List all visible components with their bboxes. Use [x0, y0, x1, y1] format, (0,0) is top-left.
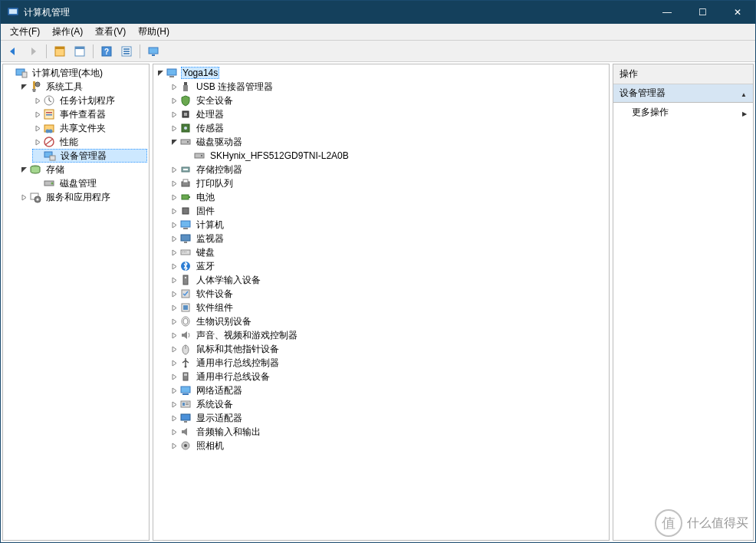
firmware-icon	[179, 205, 192, 217]
collapse-arrow-icon[interactable]	[169, 123, 179, 133]
device-category-cameras[interactable]: 照相机	[169, 439, 607, 452]
svg-rect-74	[184, 374, 187, 376]
collapse-arrow-icon[interactable]	[169, 109, 179, 120]
collapse-arrow-icon[interactable]	[32, 123, 43, 133]
device-category-monitors[interactable]: 监视器	[169, 232, 607, 245]
device-category-bluetooth[interactable]: 蓝牙	[169, 259, 607, 273]
monitor-button[interactable]	[144, 43, 163, 60]
device-category-mice-pointing[interactable]: 鼠标和其他指针设备	[169, 342, 607, 356]
collapse-arrow-icon[interactable]	[169, 261, 179, 272]
device-category-sensors[interactable]: 传感器	[169, 121, 607, 135]
collapse-arrow-icon[interactable]	[32, 137, 43, 147]
device-category-usb-devices[interactable]: 通用串行总线设备	[169, 370, 607, 383]
tree-root-computer-management[interactable]: 计算机管理(本地)	[5, 66, 147, 80]
tree-shared-folders[interactable]: 共享文件夹	[32, 121, 147, 135]
svg-rect-10	[123, 48, 130, 50]
action-more-actions[interactable]: 更多操作	[613, 103, 753, 122]
device-category-biometric-devices[interactable]: 生物识别设备	[169, 314, 607, 328]
collapse-arrow-icon[interactable]	[169, 399, 179, 410]
device-category-display-adapters[interactable]: 显示适配器	[169, 411, 607, 425]
disk-0-icon	[193, 150, 205, 162]
device-category-security-devices[interactable]: 安全设备	[169, 94, 607, 107]
close-button[interactable]: ✕	[720, 1, 755, 24]
tree-disk-management[interactable]: 磁盘管理	[32, 176, 147, 190]
collapse-arrow-icon[interactable]	[169, 302, 179, 313]
collapse-arrow-icon[interactable]	[169, 316, 179, 327]
svg-point-31	[51, 183, 54, 185]
expand-arrow-icon[interactable]	[155, 67, 166, 78]
collapse-arrow-icon[interactable]	[169, 440, 179, 451]
collapse-arrow-icon[interactable]	[169, 164, 179, 175]
device-category-print-queues[interactable]: 打印队列	[169, 176, 607, 190]
device-disk-0[interactable]: SKHynix_HFS512GD9TNI-L2A0B	[182, 149, 607, 163]
collapse-arrow-icon[interactable]	[18, 192, 29, 202]
actions-group-device-manager[interactable]: 设备管理器	[613, 84, 753, 103]
window-controls: — ☐ ✕	[649, 1, 755, 24]
collapse-icon	[741, 88, 747, 99]
device-category-processors[interactable]: 处理器	[169, 107, 607, 121]
expand-arrow-icon[interactable]	[18, 81, 29, 92]
device-category-usb-controllers[interactable]: 通用串行总线控制器	[169, 356, 607, 370]
device-category-sound-video-game[interactable]: 声音、视频和游戏控制器	[169, 328, 607, 342]
collapse-arrow-icon[interactable]	[169, 413, 179, 423]
tree-event-viewer[interactable]: 事件查看器	[32, 107, 147, 121]
device-category-system-devices[interactable]: 系统设备	[169, 397, 607, 411]
menu-help[interactable]: 帮助(H)	[132, 24, 176, 40]
tree-label: 计算机	[195, 219, 225, 232]
back-button[interactable]	[4, 43, 22, 60]
tree-task-scheduler[interactable]: 任务计划程序	[32, 94, 147, 107]
device-category-software-components[interactable]: 软件组件	[169, 301, 607, 314]
refresh-button[interactable]	[117, 43, 136, 60]
tree-performance[interactable]: 性能	[32, 135, 147, 149]
tree-services-apps[interactable]: 服务和应用程序	[18, 190, 147, 204]
device-category-human-interface-devices[interactable]: 人体学输入设备	[169, 273, 607, 287]
collapse-arrow-icon[interactable]	[169, 344, 179, 354]
menu-file[interactable]: 文件(F)	[4, 24, 46, 40]
help-button[interactable]: ?	[97, 43, 116, 60]
maximize-button[interactable]: ☐	[685, 1, 720, 24]
collapse-arrow-icon[interactable]	[169, 219, 179, 230]
tree-device-manager[interactable]: 设备管理器	[32, 149, 147, 163]
svg-rect-40	[184, 113, 187, 116]
device-category-audio-io[interactable]: 音频输入和输出	[169, 425, 607, 439]
console-tree[interactable]: 计算机管理(本地) 系统工具 任务计划程序	[5, 66, 147, 204]
collapse-arrow-icon[interactable]	[169, 247, 179, 258]
show-hide-tree-button[interactable]	[51, 43, 69, 60]
menu-action[interactable]: 操作(A)	[46, 24, 89, 40]
minimize-button[interactable]: —	[649, 1, 685, 24]
collapse-arrow-icon[interactable]	[169, 95, 179, 106]
collapse-arrow-icon[interactable]	[32, 95, 43, 106]
collapse-arrow-icon[interactable]	[169, 357, 179, 368]
collapse-arrow-icon[interactable]	[169, 330, 179, 341]
forward-button[interactable]	[24, 43, 42, 60]
device-category-keyboards[interactable]: 键盘	[169, 245, 607, 259]
expand-arrow-icon[interactable]	[18, 164, 29, 175]
collapse-arrow-icon[interactable]	[169, 206, 179, 216]
device-category-firmware[interactable]: 固件	[169, 204, 607, 218]
tree-system-tools[interactable]: 系统工具	[18, 80, 147, 94]
collapse-arrow-icon[interactable]	[169, 426, 179, 437]
device-tree[interactable]: Yoga14s USB 连接器管理器安全设备处理器传感器磁盘驱动器SKHynix…	[155, 66, 607, 452]
device-category-software-devices[interactable]: 软件设备	[169, 287, 607, 301]
device-category-disk-drives[interactable]: 磁盘驱动器	[169, 135, 607, 149]
device-category-usb-connectors[interactable]: USB 连接器管理器	[169, 80, 607, 94]
device-root[interactable]: Yoga14s	[155, 66, 607, 80]
collapse-arrow-icon[interactable]	[169, 178, 179, 189]
collapse-arrow-icon[interactable]	[169, 192, 179, 202]
device-category-storage-controllers[interactable]: 存储控制器	[169, 163, 607, 176]
device-category-network-adapters[interactable]: 网络适配器	[169, 383, 607, 397]
collapse-arrow-icon[interactable]	[169, 233, 179, 244]
collapse-arrow-icon[interactable]	[169, 385, 179, 396]
properties-button[interactable]	[71, 43, 89, 60]
menu-view[interactable]: 查看(V)	[89, 24, 132, 40]
tree-storage[interactable]: 存储	[18, 163, 147, 176]
collapse-arrow-icon[interactable]	[32, 109, 43, 120]
collapse-arrow-icon[interactable]	[169, 275, 179, 285]
expand-arrow-icon[interactable]	[169, 137, 179, 147]
device-category-computer[interactable]: 计算机	[169, 218, 607, 232]
collapse-arrow-icon[interactable]	[169, 288, 179, 299]
collapse-arrow-icon[interactable]	[169, 81, 179, 92]
svg-rect-67	[183, 305, 188, 310]
collapse-arrow-icon[interactable]	[169, 371, 179, 382]
device-category-batteries[interactable]: 电池	[169, 190, 607, 204]
